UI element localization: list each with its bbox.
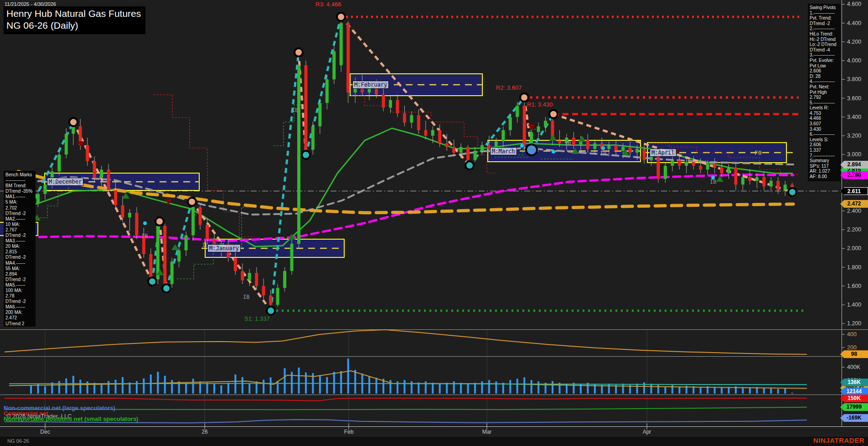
pivot-circle xyxy=(337,13,345,21)
candle xyxy=(177,250,181,261)
candle xyxy=(572,138,575,145)
price-tick-label: 2.000 xyxy=(847,245,861,251)
volume-bar xyxy=(770,388,772,394)
month-box-label: M:April xyxy=(650,149,677,157)
panel-text-line: MA1.------ xyxy=(5,194,36,200)
candle xyxy=(114,190,117,205)
panel-text-line: 2.702 xyxy=(5,205,36,211)
candle xyxy=(776,181,780,190)
candle xyxy=(389,100,392,108)
instrument-tab[interactable]: NG 06-26 xyxy=(7,438,29,444)
candle xyxy=(438,130,441,144)
panel-text-line: Pvt. Evolve: xyxy=(810,58,841,63)
volume-bar xyxy=(143,379,145,394)
panel-text-line: DTrend -2 xyxy=(5,233,36,238)
candle xyxy=(544,121,547,126)
candle xyxy=(332,51,336,79)
panel-text-line: DTrend -4 xyxy=(810,47,841,53)
bench-marks-panel: Bench Marks-------------BM Trend:DTrend … xyxy=(4,171,36,327)
time-axis-label: 26 xyxy=(202,429,207,435)
tab-strip xyxy=(0,436,868,446)
candle xyxy=(57,154,61,171)
candle xyxy=(93,161,96,178)
volume-bar xyxy=(284,368,286,394)
volume-bar xyxy=(608,384,610,394)
volume-bar xyxy=(403,380,405,394)
candle xyxy=(318,103,321,127)
price-tick-label: 4.000 xyxy=(847,57,861,64)
volume-bar xyxy=(467,384,469,394)
volume-bar xyxy=(439,384,441,394)
panel-text-line: DTrend -2 xyxy=(5,255,36,260)
price-tick-label: 1.400 xyxy=(847,302,861,308)
chart-canvas[interactable]: F0R3: 4.466R2: 3.607R1: 3.430S1: 1.337IB… xyxy=(0,0,868,446)
price-tick-label: 3.000 xyxy=(847,151,861,158)
volume-bar xyxy=(594,384,596,394)
candle xyxy=(671,160,674,166)
panel-text-line: Bench Marks xyxy=(5,172,36,178)
candle xyxy=(741,177,744,185)
panel-text-line: 4.-------------- xyxy=(810,79,841,84)
panel-text-line: 55 MA: xyxy=(5,266,36,272)
pivot-circle xyxy=(294,48,303,56)
candle xyxy=(664,166,667,179)
volume-bar xyxy=(791,393,793,394)
candle xyxy=(346,23,350,93)
volume-bar xyxy=(171,380,173,394)
volume-bar xyxy=(763,388,765,394)
panel-text-line: 100 MA: xyxy=(5,288,36,293)
panel-text-line: Levels S: xyxy=(810,137,841,143)
volume-bar xyxy=(460,383,462,394)
panel-text-line: AR: 1.027 xyxy=(810,169,841,174)
commercial-net-badge: 150K xyxy=(840,395,868,402)
volume-bar xyxy=(495,381,497,394)
dot-marker-icon xyxy=(552,150,555,154)
volume-bar xyxy=(234,374,236,394)
volume-bar xyxy=(277,381,279,394)
ib-label: IB xyxy=(600,150,606,157)
ninjatrader-logo: NINJATRADER xyxy=(813,436,864,444)
volume-bar xyxy=(326,377,328,394)
panel-text-line: Pvt Low xyxy=(810,63,841,69)
candle xyxy=(269,295,272,305)
candle xyxy=(678,160,681,166)
volume-bar xyxy=(368,376,370,394)
panel-text-line: MA2.------ xyxy=(5,216,36,222)
volume-bar xyxy=(517,379,518,394)
panel-text-line: MA4.------ xyxy=(5,261,36,266)
last-price-badge: 2.611 xyxy=(840,187,868,195)
month-box-label: M:December xyxy=(47,178,83,186)
pivot-circle xyxy=(526,144,537,155)
panel-text-line: 2.-------------- xyxy=(810,26,841,31)
panel-text-line: AF: 8.00 xyxy=(810,174,841,179)
candle xyxy=(523,106,526,145)
panel-text-line: DTrend -35% xyxy=(5,189,36,194)
volume-bar xyxy=(192,379,194,394)
candle xyxy=(149,254,152,280)
volume-bar xyxy=(728,387,730,394)
candle xyxy=(199,207,202,225)
cot-legend-label: Nonreportable positions net (small specu… xyxy=(4,415,138,422)
volume-bar xyxy=(537,381,539,394)
panel-text-line: BM Trend: xyxy=(5,183,36,189)
panel-text-line: Lo:-2 DTrend xyxy=(810,42,841,47)
price-tick-label: 3.200 xyxy=(847,133,861,139)
candle xyxy=(403,113,406,123)
price-tick-label: 4.600 xyxy=(847,1,861,7)
volume-bar xyxy=(115,380,117,394)
pivot-circle xyxy=(162,284,170,292)
ib-label: IB xyxy=(292,107,298,113)
candle xyxy=(276,288,279,305)
candle xyxy=(340,23,343,66)
swing-pivots-panel: Swing Pivots1.--------------Pvt. Trend:D… xyxy=(808,4,841,181)
candle xyxy=(311,126,315,150)
candle xyxy=(537,126,540,132)
volume-bar xyxy=(122,377,124,394)
candle xyxy=(128,213,131,217)
candle xyxy=(586,139,589,149)
f0-label: F0 xyxy=(754,149,762,156)
price-tick-label: 1.200 xyxy=(847,320,861,327)
candle xyxy=(699,166,702,169)
panel-text-line: D: 28 xyxy=(810,74,841,79)
candle xyxy=(621,147,625,151)
